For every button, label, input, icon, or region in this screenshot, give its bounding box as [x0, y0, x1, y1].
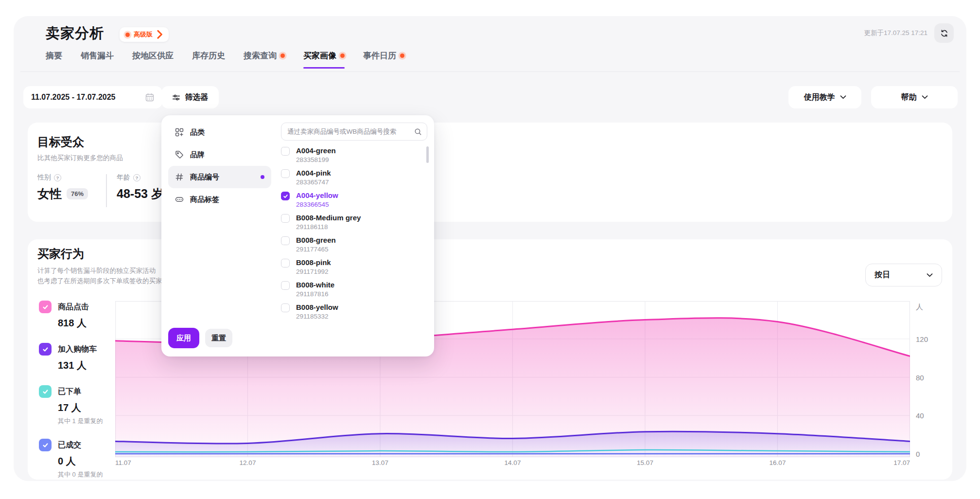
y-axis-unit: 人 — [916, 303, 923, 312]
apply-button[interactable]: 应用 — [168, 328, 199, 348]
filter-menu-label: 品牌 — [190, 150, 205, 160]
legend-value: 131 人 — [58, 359, 103, 372]
product-text: B008-pink291171992 — [296, 258, 331, 275]
filter-dropdown-panel: 品类品牌商品编号商品标签 A004-green283358199A004-pin… — [161, 115, 434, 356]
product-text: A004-yellow283366545 — [296, 191, 338, 208]
refresh-button[interactable] — [934, 23, 954, 43]
product-checkbox[interactable] — [281, 192, 290, 200]
x-tick-label: 15.07 — [637, 459, 653, 466]
product-text: B008-green291177465 — [296, 236, 336, 253]
search-icon — [414, 128, 422, 136]
legend-value: 818 人 — [58, 317, 103, 330]
tab-item[interactable]: 库存历史 — [192, 50, 225, 69]
tab-item[interactable]: 按地区供应 — [132, 50, 174, 69]
gender-value: 女性 — [37, 186, 62, 202]
granularity-select[interactable]: 按日 — [865, 264, 942, 286]
tab-label: 销售漏斗 — [81, 50, 114, 61]
tutorial-button-label: 使用教学 — [804, 92, 835, 103]
filter-menu-label: 商品标签 — [190, 195, 219, 204]
product-item[interactable]: A004-green283358199 — [281, 146, 423, 163]
premium-badge[interactable]: 高级版 — [120, 27, 169, 42]
tab-item[interactable]: 买家画像 — [303, 50, 345, 69]
seller-analytics-page: 卖家分析 高级版 更新于17.07.25 17:21 摘要销售漏斗按地区供应库存… — [0, 0, 980, 499]
y-tick-label: 120 — [916, 335, 928, 343]
tab-label: 摘要 — [46, 50, 62, 61]
product-checkbox[interactable] — [281, 259, 290, 267]
product-text: B008-white291187816 — [296, 281, 334, 298]
product-text: A004-pink283365747 — [296, 169, 331, 186]
filter-menu-item[interactable]: 商品标签 — [168, 188, 271, 211]
filter-menu-item[interactable]: 品类 — [168, 121, 271, 143]
granularity-value: 按日 — [875, 270, 890, 280]
refresh-icon — [940, 29, 948, 37]
date-range-picker[interactable]: 11.07.2025 - 17.07.2025 — [23, 86, 162, 108]
tab-bar: 摘要销售漏斗按地区供应库存历史搜索查询买家画像事件日历 — [46, 50, 404, 69]
product-item[interactable]: B008-Medium grey291186118 — [281, 214, 423, 231]
gender-label: 性别 — [37, 173, 51, 182]
product-search-input[interactable] — [287, 128, 414, 135]
legend-checkbox[interactable] — [39, 301, 52, 313]
legend-head: 商品点击 — [39, 301, 103, 313]
behavior-desc-line2: 也考虑了在所选期间多次下单或签收的买家 — [37, 276, 162, 286]
product-id: 291171992 — [296, 268, 331, 275]
product-item[interactable]: A004-yellow283366545 — [281, 191, 423, 208]
product-item[interactable]: B008-white291187816 — [281, 281, 423, 298]
gender-stat: 性别 ? 女性 76% — [37, 173, 88, 202]
tab-item[interactable]: 摘要 — [46, 50, 62, 69]
filter-menu-label: 品类 — [190, 128, 205, 137]
list-scrollbar[interactable] — [426, 146, 429, 163]
legend-value: 17 人 — [58, 401, 103, 414]
product-name: B008-white — [296, 281, 334, 289]
legend-item: 商品点击818 人 — [39, 301, 103, 330]
product-checkbox[interactable] — [281, 281, 290, 290]
date-range-value: 11.07.2025 - 17.07.2025 — [31, 93, 116, 102]
product-checkbox[interactable] — [281, 236, 290, 245]
help-button[interactable]: 帮助 — [871, 86, 958, 108]
product-item[interactable]: A004-pink283365747 — [281, 169, 423, 186]
chevron-down-icon — [922, 95, 928, 99]
legend-checkbox[interactable] — [39, 385, 52, 398]
product-checkbox[interactable] — [281, 214, 290, 223]
updated-timestamp: 更新于17.07.25 17:21 — [864, 29, 928, 37]
legend-label: 商品点击 — [58, 302, 89, 312]
label-icon — [175, 195, 184, 204]
filter-menu-label: 商品编号 — [190, 173, 219, 182]
notification-dot-icon — [340, 53, 345, 58]
help-circle-icon[interactable]: ? — [133, 174, 140, 181]
chevron-down-icon — [840, 95, 846, 99]
tab-item[interactable]: 搜索查询 — [244, 50, 285, 69]
filter-menu-item[interactable]: 商品编号 — [168, 166, 271, 188]
product-item[interactable]: B008-yellow291185332 — [281, 303, 423, 320]
product-checkbox[interactable] — [281, 147, 290, 156]
product-name: A004-pink — [296, 169, 331, 177]
help-circle-icon[interactable]: ? — [54, 174, 61, 181]
product-checkbox[interactable] — [281, 169, 290, 178]
x-tick-label: 11.07 — [115, 459, 131, 466]
legend-item: 已下单17 人其中 1 是重复的 — [39, 385, 103, 426]
tab-label: 库存历史 — [192, 50, 225, 61]
legend-head: 已下单 — [39, 385, 103, 398]
legend-checkbox[interactable] — [39, 439, 52, 451]
age-value: 48-53 岁 — [117, 186, 163, 202]
chevron-right-icon — [157, 30, 163, 39]
age-stat: 年龄 ? 48-53 岁 — [117, 173, 163, 202]
filter-button[interactable]: 筛选器 — [161, 86, 219, 108]
tutorial-button[interactable]: 使用教学 — [788, 86, 861, 108]
reset-button[interactable]: 重置 — [205, 329, 232, 347]
product-item[interactable]: B008-green291177465 — [281, 236, 423, 253]
x-axis-labels: 11.0712.0713.0714.0715.0716.0717.07 — [115, 459, 910, 469]
chart-legend: 商品点击818 人加入购物车131 人已下单17 人其中 1 是重复的已成交0 … — [39, 301, 103, 479]
product-name: B008-green — [296, 236, 336, 244]
tab-item[interactable]: 销售漏斗 — [81, 50, 114, 69]
product-text: B008-yellow291185332 — [296, 303, 338, 320]
product-checkbox[interactable] — [281, 303, 290, 312]
filter-menu-item[interactable]: 品牌 — [168, 143, 271, 166]
filter-button-label: 筛选器 — [185, 92, 209, 103]
y-tick-label: 80 — [916, 374, 924, 382]
hash-icon — [175, 173, 184, 181]
product-item[interactable]: B008-pink291171992 — [281, 258, 423, 275]
category-icon — [175, 128, 184, 137]
legend-head: 加入购物车 — [39, 343, 103, 356]
legend-checkbox[interactable] — [39, 343, 52, 356]
tab-item[interactable]: 事件日历 — [363, 50, 404, 69]
